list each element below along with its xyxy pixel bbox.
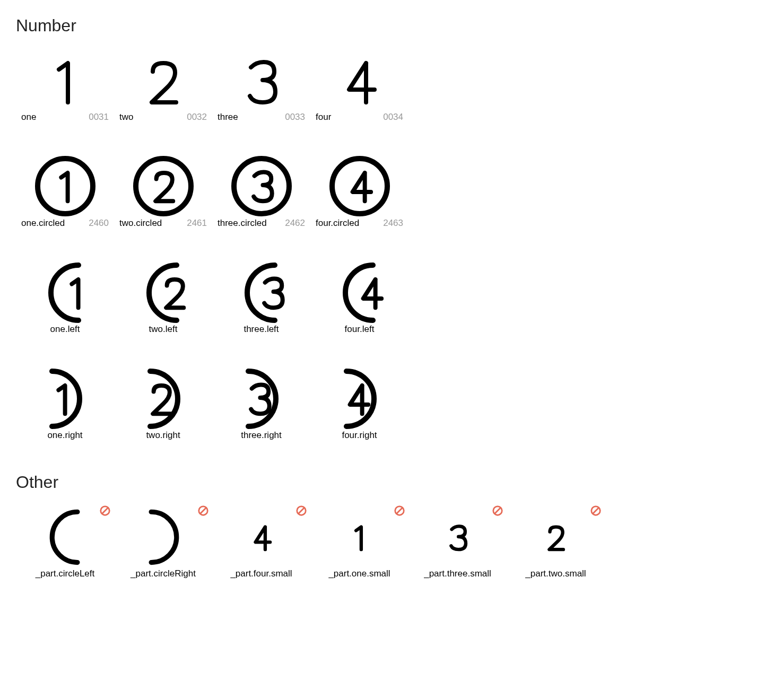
- svg-line-5: [102, 508, 108, 514]
- glyph-cell[interactable]: _part.three.small: [408, 505, 507, 579]
- glyph-name: four.left: [345, 324, 375, 335]
- glyph-label-row: _part.two.small: [507, 568, 605, 579]
- glyph-label-row: _part.three.small: [408, 568, 507, 579]
- no-export-icon: [394, 505, 405, 519]
- glyph-label-row: four.left: [310, 324, 408, 335]
- section-title: Number: [16, 16, 749, 36]
- glyph-cell[interactable]: two.circled2461: [114, 154, 212, 229]
- glyph-cell[interactable]: three.left: [212, 260, 310, 335]
- glyph-cell[interactable]: four.circled2463: [310, 154, 408, 229]
- glyph-cell[interactable]: four.left: [310, 260, 408, 335]
- glyph-name: _part.one.small: [328, 568, 390, 579]
- glyph-cell[interactable]: one0031: [16, 48, 114, 122]
- glyph-label-row: two.circled2461: [114, 218, 212, 229]
- glyph-name: two.left: [149, 324, 178, 335]
- circled-3-icon: [212, 154, 310, 218]
- svg-point-1: [136, 159, 191, 214]
- glyph-cell[interactable]: one.circled2460: [16, 154, 114, 229]
- glyph-cell[interactable]: two.left: [114, 260, 212, 335]
- glyph-name: three: [218, 112, 238, 122]
- glyph-cell[interactable]: one.right: [16, 366, 114, 441]
- glyph-cell[interactable]: four.right: [310, 366, 408, 441]
- circled-1-icon: [16, 154, 114, 218]
- glyph-label-row: one.right: [16, 430, 114, 441]
- glyph-code: 0031: [89, 112, 109, 122]
- glyph-label-row: two.left: [114, 324, 212, 335]
- glyph-row: one0031 two0032 three0033 four0034: [16, 48, 749, 133]
- left-1-icon: [16, 260, 114, 324]
- glyph-code: 0033: [285, 112, 305, 122]
- glyph-cell[interactable]: _part.four.small: [212, 505, 310, 579]
- glyph-label-row: four.right: [310, 430, 408, 441]
- glyph-cell[interactable]: _part.one.small: [310, 505, 408, 579]
- glyph-name: one.circled: [21, 218, 65, 229]
- glyph-code: 2463: [383, 218, 403, 229]
- glyph-row: one.circled2460 two.circled2461 three.ci…: [16, 154, 749, 239]
- digit-1-icon: [16, 48, 114, 112]
- glyph-label-row: four0034: [310, 112, 408, 122]
- glyph-name: two: [119, 112, 133, 122]
- glyph-name: three.circled: [218, 218, 267, 229]
- glyph-name: one.right: [47, 430, 82, 441]
- no-export-icon: [492, 505, 503, 519]
- glyph-label-row: _part.four.small: [212, 568, 310, 579]
- glyph-cell[interactable]: three.right: [212, 366, 310, 441]
- glyph-cell[interactable]: three0033: [212, 48, 310, 122]
- section-title: Other: [16, 472, 749, 492]
- digit-4-icon: [310, 48, 408, 112]
- glyph-cell[interactable]: two.right: [114, 366, 212, 441]
- glyph-cell[interactable]: two0032: [114, 48, 212, 122]
- digit-3-icon: [212, 48, 310, 112]
- glyph-cell[interactable]: three.circled2462: [212, 154, 310, 229]
- glyph-cell[interactable]: one.left: [16, 260, 114, 335]
- glyph-row: one.right two.right three.right four.rig…: [16, 366, 749, 451]
- glyph-label-row: one.circled2460: [16, 218, 114, 229]
- glyph-name: _part.four.small: [230, 568, 292, 579]
- glyph-row: one.left two.left three.left four.left: [16, 260, 749, 345]
- right-4-icon: [310, 366, 408, 430]
- glyph-cell[interactable]: _part.two.small: [507, 505, 605, 579]
- svg-line-7: [201, 508, 206, 514]
- digit-2-icon: [114, 48, 212, 112]
- svg-line-11: [397, 508, 403, 514]
- glyph-name: two.right: [146, 430, 180, 441]
- glyph-name: four.right: [342, 430, 377, 441]
- right-1-icon: [16, 366, 114, 430]
- glyph-name: _part.circleRight: [131, 568, 196, 579]
- glyph-cell[interactable]: _part.circleRight: [114, 505, 212, 579]
- glyph-code: 0032: [187, 112, 207, 122]
- glyph-label-row: one0031: [16, 112, 114, 122]
- right-3-icon: [212, 366, 310, 430]
- glyph-name: _part.two.small: [525, 568, 586, 579]
- no-export-icon: [295, 505, 307, 519]
- left-4-icon: [310, 260, 408, 324]
- glyph-name: _part.circleLeft: [36, 568, 95, 579]
- glyph-cell[interactable]: _part.circleLeft: [16, 505, 114, 579]
- glyph-cell[interactable]: four0034: [310, 48, 408, 122]
- svg-point-3: [332, 159, 387, 214]
- glyph-name: four: [316, 112, 331, 122]
- no-export-icon: [99, 505, 111, 519]
- glyph-label-row: _part.one.small: [310, 568, 408, 579]
- glyph-label-row: three.circled2462: [212, 218, 310, 229]
- glyph-code: 0034: [383, 112, 403, 122]
- glyph-label-row: two0032: [114, 112, 212, 122]
- left-3-icon: [212, 260, 310, 324]
- left-2-icon: [114, 260, 212, 324]
- glyph-label-row: four.circled2463: [310, 218, 408, 229]
- glyph-name: three.left: [244, 324, 279, 335]
- glyph-code: 2462: [285, 218, 305, 229]
- circled-2-icon: [114, 154, 212, 218]
- glyph-label-row: _part.circleLeft: [16, 568, 114, 579]
- glyph-label-row: one.left: [16, 324, 114, 335]
- glyph-name: three.right: [241, 430, 282, 441]
- svg-line-13: [495, 508, 501, 514]
- right-2-icon: [114, 366, 212, 430]
- glyph-label-row: three.right: [212, 430, 310, 441]
- glyph-name: two.circled: [119, 218, 162, 229]
- glyph-name: four.circled: [316, 218, 359, 229]
- circled-4-icon: [310, 154, 408, 218]
- glyph-code: 2461: [187, 218, 207, 229]
- glyph-label-row: three.left: [212, 324, 310, 335]
- svg-line-15: [593, 508, 599, 514]
